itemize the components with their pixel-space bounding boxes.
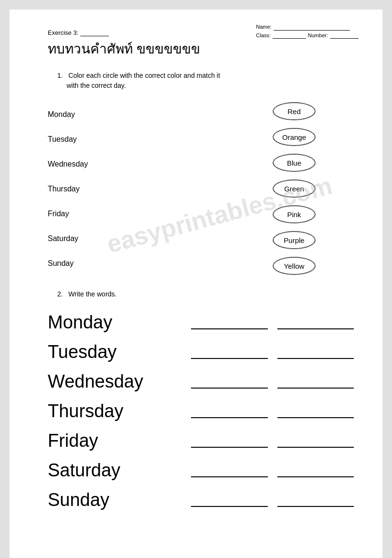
write-blank-sunday-2[interactable] [277, 497, 354, 507]
write-blanks-sunday [191, 497, 354, 509]
section2-number: 2. [57, 290, 63, 298]
oval-purple: Purple [273, 231, 316, 249]
write-blank-monday-1[interactable] [191, 320, 268, 329]
write-blank-wednesday-1[interactable] [191, 379, 268, 389]
oval-orange: Orange [273, 128, 316, 146]
header-info: Name: Class: Number: [256, 23, 359, 40]
day-label-wednesday: Wednesday [48, 160, 143, 168]
name-label: Name: [256, 23, 271, 32]
number-label: Number: [308, 32, 328, 40]
oval-blue: Blue [273, 154, 316, 172]
day-label-saturday: Saturday [48, 234, 143, 243]
section2-text: Write the words. [68, 290, 117, 298]
worksheet-page: Name: Class: Number: Exercise 3: ทบทวนคำ… [10, 10, 382, 558]
oval-pink: Pink [273, 205, 316, 223]
big-day-saturday: Saturday [48, 461, 191, 479]
write-blank-thursday-1[interactable] [191, 409, 268, 418]
big-day-tuesday: Tuesday [48, 343, 191, 361]
write-row-sunday: Sunday [48, 480, 354, 509]
day-label-sunday: Sunday [48, 259, 143, 268]
thai-title: ทบทวนคำศัพท์ ขขขขขขข [48, 38, 354, 59]
write-row-thursday: Thursday [48, 391, 354, 420]
big-day-monday: Monday [48, 313, 191, 331]
big-day-sunday: Sunday [48, 491, 191, 509]
day-label-tuesday: Tuesday [48, 135, 143, 144]
write-blanks-tuesday [191, 349, 354, 361]
write-blank-saturday-2[interactable] [277, 468, 354, 477]
big-day-friday: Friday [48, 432, 191, 450]
number-field[interactable] [330, 32, 359, 39]
oval-green: Green [273, 179, 316, 198]
write-blank-wednesday-2[interactable] [277, 379, 354, 389]
name-field[interactable] [274, 24, 350, 31]
day-label-friday: Friday [48, 210, 143, 218]
matching-section: Monday Tuesday Wednesday Thursday Friday… [48, 102, 354, 276]
write-row-wednesday: Wednesday [48, 362, 354, 390]
write-blank-sunday-1[interactable] [191, 497, 268, 507]
write-row-monday: Monday [48, 303, 354, 331]
write-blanks-monday [191, 320, 354, 331]
write-blank-friday-1[interactable] [191, 438, 268, 448]
section2-instruction: 2. Write the words. [57, 290, 354, 298]
write-blank-tuesday-2[interactable] [277, 349, 354, 359]
day-label-thursday: Thursday [48, 185, 143, 193]
oval-red: Red [273, 102, 316, 120]
write-row-friday: Friday [48, 421, 354, 450]
section1-number: 1. [57, 72, 63, 79]
write-blank-tuesday-1[interactable] [191, 349, 268, 359]
day-label-monday: Monday [48, 110, 143, 119]
write-blank-monday-2[interactable] [277, 320, 354, 329]
exercise-blank[interactable] [80, 29, 109, 36]
write-words-section: Monday Tuesday Wednesday Thursday [48, 303, 354, 509]
write-blanks-saturday [191, 468, 354, 479]
oval-yellow: Yellow [273, 257, 316, 275]
write-row-saturday: Saturday [48, 451, 354, 479]
write-row-tuesday: Tuesday [48, 332, 354, 361]
write-blank-thursday-2[interactable] [277, 409, 354, 418]
write-blank-saturday-1[interactable] [191, 468, 268, 477]
class-label: Class: [256, 32, 271, 40]
class-field[interactable] [273, 32, 306, 39]
big-day-wednesday: Wednesday [48, 372, 191, 390]
write-blanks-wednesday [191, 379, 354, 390]
section1-instruction: 1. Color each circle with the correct co… [57, 71, 354, 91]
write-blanks-thursday [191, 409, 354, 420]
color-ovals: Red Orange Blue Green Pink Purple Yellow [273, 102, 316, 282]
write-blank-friday-2[interactable] [277, 438, 354, 448]
write-blanks-friday [191, 438, 354, 450]
big-day-thursday: Thursday [48, 402, 191, 420]
